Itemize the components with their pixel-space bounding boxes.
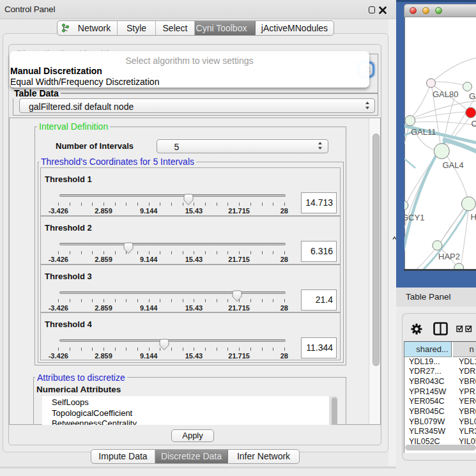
svg-text:CY: CY	[472, 119, 476, 128]
svg-text:GAL4: GAL4	[443, 160, 464, 170]
svg-text:HAP2: HAP2	[438, 252, 460, 261]
svg-text:GAL3: GAL3	[469, 91, 476, 101]
svg-text:GAL11: GAL11	[411, 127, 436, 137]
svg-text:GAL80: GAL80	[433, 89, 458, 99]
svg-text:H: H	[471, 212, 476, 222]
svg-text:GCY1: GCY1	[404, 213, 424, 222]
